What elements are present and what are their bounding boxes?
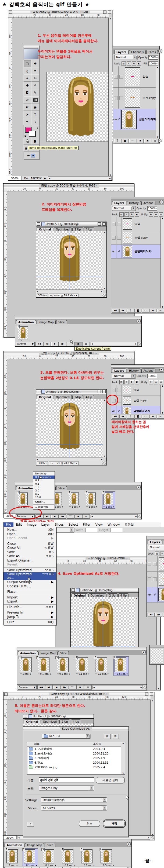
layer-visibility-toggle[interactable] [111, 385, 116, 395]
palette-menu-icon[interactable]: ▶ [136, 485, 140, 489]
default-colors-icon[interactable]: ◪ [25, 135, 27, 137]
animation-scrollbar[interactable]: ◀▶ [92, 685, 143, 689]
window-titlebar[interactable]: 금발 copy @ 300%(금발머… [55, 556, 160, 560]
window-titlebar[interactable]: 금발 copy @ 300%(금발머리여자, RGB) [3, 351, 134, 355]
layer-group-button[interactable]: ▭ [129, 139, 136, 143]
layer-visibility-toggle[interactable] [111, 231, 116, 245]
next-frame-button[interactable]: ▮▶ [155, 613, 162, 617]
photoshop-logo-icon[interactable] [24, 49, 38, 59]
palette-menu-icon[interactable]: ▶ [127, 842, 131, 846]
palette-menu-icon[interactable]: ▶ [158, 49, 162, 53]
animation-frame-5[interactable]: 5 1 sec. ▾ [85, 492, 98, 508]
frame-delay-menu[interactable]: No delay0.1 seconds0.20.51.02.05.010.0Ot… [33, 471, 55, 509]
resize-grip[interactable] [102, 462, 106, 465]
play-button[interactable]: ▶ [51, 514, 58, 519]
file-list-scrollbar[interactable]: ▲▼ [121, 742, 125, 775]
loop-select[interactable]: Forever▼ [16, 342, 35, 346]
delete-frame-button[interactable]: ▥ [71, 867, 78, 868]
palette-titlebar[interactable] [113, 46, 159, 49]
next-frame-button[interactable]: ▮▶ [59, 342, 67, 346]
slice-tool[interactable]: ✄ [31, 74, 39, 82]
frame-delay-select[interactable]: 0.1 sec. ▾ [76, 673, 89, 675]
tab-paths[interactable]: Paths [146, 50, 158, 54]
layer-visibility-toggle-eye-icon[interactable] [147, 587, 152, 602]
animation-frame-4[interactable]: 4 0.1 sec. ▾ [75, 657, 90, 676]
zoom-box-icon[interactable] [108, 10, 111, 14]
prev-frame-button[interactable]: ◀▮ [43, 342, 51, 346]
delete-frame-button[interactable]: ▥ [82, 342, 90, 346]
layer-row-금발머리여자[interactable]: ✐ 금발머리여자 [147, 587, 164, 602]
menu-item-quit[interactable]: Quit⌘Q [3, 620, 56, 625]
tab-layers[interactable]: Layers [114, 50, 128, 54]
frame-delay-select[interactable]: 0.5 sec. ▾ [115, 673, 128, 675]
palette-menu-icon[interactable]: ▶ [142, 650, 146, 654]
delay-option-5-0[interactable]: 5.0 [33, 492, 54, 496]
prev-frame-button[interactable]: ◀▮ [148, 613, 155, 617]
tab-image-map[interactable]: Image Map [38, 651, 58, 655]
menu-item-preview-in[interactable]: Preview In▶ [3, 611, 56, 615]
zoom-box-icon[interactable] [150, 692, 153, 696]
menubar-window[interactable]: Window [105, 522, 122, 527]
menubar-도움말[interactable]: 도움말 [122, 522, 136, 527]
animation-frame-1[interactable]: 1 1 sec. ▾ [19, 657, 33, 676]
menu-item-close-all[interactable]: Close All⌥⌘W [3, 546, 56, 550]
menu-item-close[interactable]: Close⌘W [3, 542, 56, 546]
tab-slice[interactable]: Slice [45, 843, 55, 847]
file-row[interactable]: 7Y03006_m.jpg2005.2.4 [27, 765, 121, 770]
swatches-palette-partial[interactable] [150, 645, 164, 665]
lasso-tool[interactable]: ϱ [24, 67, 31, 74]
menu-item-jump-to[interactable]: Jump To▶ [3, 615, 56, 619]
tween-button[interactable]: °° [69, 685, 76, 689]
lock-button-0[interactable]: ▨ [119, 212, 124, 217]
file-row[interactable]: 3.그리자기2005.1.9 [27, 756, 121, 761]
animation-scrollbar[interactable]: ◀▶ [91, 342, 138, 346]
tab-2-up[interactable]: 2-Up [59, 719, 70, 723]
animation-frame-6[interactable]: 6 1 sec. ▾ [102, 492, 115, 508]
help-button[interactable]: ? [27, 822, 34, 827]
cancel-button[interactable]: 취소 [79, 820, 100, 827]
artboard[interactable] [46, 72, 116, 142]
lock-button-0[interactable]: ▨ [155, 552, 159, 556]
menu-item-file-info[interactable]: File Info...⇧⌘K [3, 605, 56, 610]
rewind-button[interactable]: ◀◀ [37, 685, 45, 689]
menubar-filter[interactable]: Filter [80, 522, 93, 527]
palette-menu-icon[interactable]: ▶ [159, 368, 163, 372]
new-layer-button[interactable]: ▣ [150, 309, 157, 313]
tab-slice[interactable]: Slice [56, 320, 67, 324]
animation-frame-1[interactable]: 1 1 sec. ▾ [17, 326, 30, 343]
imageready-window[interactable]: Untitled-1 @ 300%(Origi… OriginalOptimiz… [36, 389, 107, 465]
tab-channels[interactable]: Channels [129, 50, 146, 54]
prev-frame-button[interactable]: ◀▮ [112, 414, 119, 418]
next-frame-button[interactable]: ▮▶ [59, 514, 67, 519]
animation-frame-3[interactable]: 3 0.1 sec. ▾ [56, 657, 71, 676]
vertical-scrollbar[interactable]: ▲▼ [103, 231, 107, 290]
vertical-scrollbar[interactable]: ▲▼ [108, 18, 112, 176]
menu-item-revert[interactable]: Revert [3, 563, 56, 567]
status-menu-arrow-icon[interactable]: ▶ [44, 177, 47, 180]
tab-animation[interactable]: Animation [5, 843, 25, 847]
toolbox-titlebar[interactable] [24, 45, 39, 48]
tab-layers[interactable]: Layers [112, 369, 126, 373]
opacity-input[interactable]: 100%▸ [147, 206, 157, 211]
layer-group-button[interactable]: ▭ [142, 309, 149, 313]
animation-frame-5[interactable]: 5 0.1 sec. ▾ [80, 848, 95, 867]
slices-select[interactable]: All Slices⇕ [41, 805, 107, 810]
menu-item-place[interactable]: Place... [3, 590, 56, 594]
zoom-level[interactable]: 300% [8, 176, 22, 180]
line-tool[interactable]: ∖ [31, 118, 39, 125]
animation-frame-4[interactable]: 4 1 sec. ▾ [68, 492, 81, 508]
next-frame-button[interactable]: ▮▶ [47, 867, 55, 868]
tab-slice[interactable]: Slice [56, 486, 67, 490]
layer-style-button[interactable]: ƒ [163, 613, 164, 617]
palette-titlebar[interactable] [3, 839, 131, 842]
tab-actions[interactable]: Actions [141, 369, 156, 373]
palette-titlebar[interactable] [111, 197, 164, 200]
palette-titlebar[interactable] [150, 645, 164, 648]
layer-style-button[interactable]: ƒ [114, 139, 121, 143]
blend-mode-select[interactable]: Normal⇕ [148, 545, 164, 550]
tween-button[interactable]: °° [55, 867, 63, 868]
tab-history[interactable]: History [127, 201, 141, 205]
layer-visibility-toggle-eye-icon[interactable] [111, 245, 116, 258]
clone-stamp-tool[interactable]: ◘ [24, 89, 31, 96]
collapse-box-icon[interactable] [97, 390, 101, 393]
